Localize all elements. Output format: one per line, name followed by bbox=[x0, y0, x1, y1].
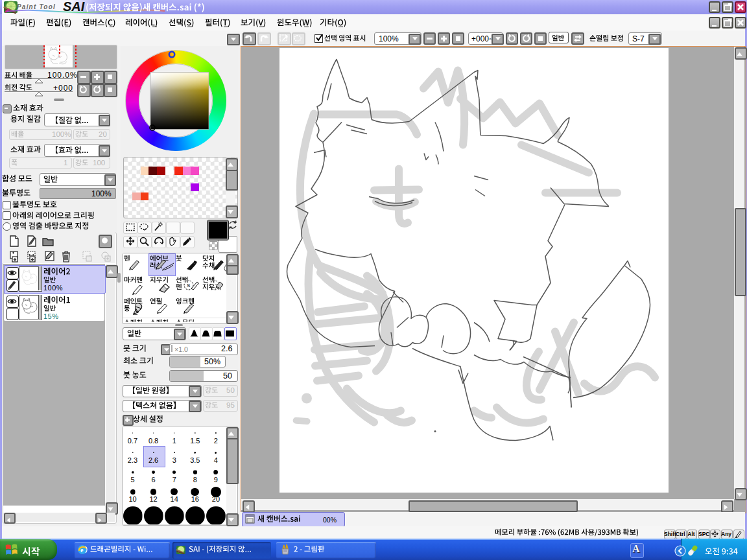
svg-text:e: e bbox=[80, 546, 84, 554]
svg-text:S: S bbox=[187, 283, 190, 288]
